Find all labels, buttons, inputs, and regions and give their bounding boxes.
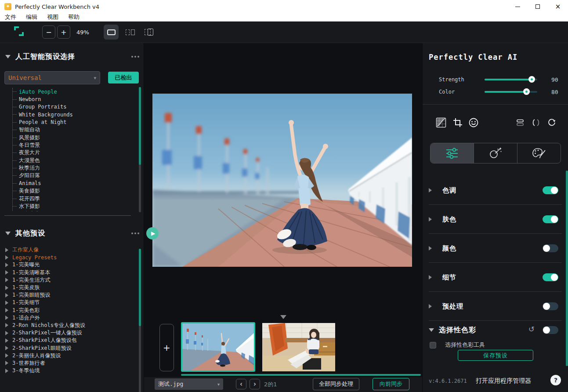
other-preset-item[interactable]: 2-SharkPixel一键人像预设 bbox=[5, 329, 133, 337]
ai-preset-item[interactable]: 冬日雪景 bbox=[13, 142, 129, 149]
more-options-icon[interactable] bbox=[131, 232, 139, 234]
collapse-icon[interactable] bbox=[5, 55, 11, 58]
maximize-button[interactable] bbox=[528, 0, 548, 13]
expand-icon[interactable] bbox=[5, 369, 8, 373]
expand-icon[interactable] bbox=[5, 361, 8, 365]
section-row[interactable]: 颜色 bbox=[429, 234, 562, 263]
slider-track[interactable] bbox=[485, 79, 537, 80]
previous-image-button[interactable]: ‹ bbox=[236, 379, 246, 389]
expand-icon[interactable] bbox=[429, 188, 432, 192]
section-toggle[interactable] bbox=[543, 273, 558, 281]
other-list-scrollbar[interactable] bbox=[139, 249, 141, 392]
other-preset-item[interactable]: 1-完美皮肤 bbox=[5, 284, 133, 291]
section-row[interactable]: 色调 bbox=[429, 176, 562, 205]
help-button[interactable]: ? bbox=[550, 375, 561, 385]
panel-scrollbar[interactable] bbox=[566, 171, 568, 366]
expand-icon[interactable] bbox=[429, 304, 432, 309]
ai-preset-item[interactable]: People at Night bbox=[13, 119, 129, 126]
slider-handle[interactable] bbox=[528, 76, 535, 83]
add-image-button[interactable]: + bbox=[159, 324, 174, 371]
expand-icon[interactable] bbox=[5, 286, 8, 290]
expand-icon[interactable] bbox=[5, 263, 8, 267]
view-split-button[interactable] bbox=[123, 25, 137, 40]
face-button[interactable] bbox=[467, 116, 481, 130]
other-preset-item[interactable]: 1-适合户外 bbox=[5, 314, 133, 322]
section-row[interactable]: 肤色 bbox=[429, 205, 562, 234]
crop-button[interactable] bbox=[451, 116, 465, 130]
ai-preset-item[interactable]: 美食摄影 bbox=[13, 187, 129, 195]
expand-icon[interactable] bbox=[5, 248, 8, 252]
tab-adjustments[interactable] bbox=[431, 143, 474, 163]
expand-icon[interactable] bbox=[5, 353, 8, 358]
ai-preset-item[interactable]: White Backgrounds bbox=[13, 111, 129, 118]
section-toggle[interactable] bbox=[543, 244, 558, 252]
other-preset-item[interactable]: 2-美丽佳人肖像预设 bbox=[5, 352, 133, 359]
other-preset-item[interactable]: 1-完美清晰基本 bbox=[5, 269, 133, 276]
section-toggle[interactable] bbox=[543, 186, 558, 194]
collapse-icon[interactable] bbox=[5, 232, 11, 235]
expand-icon[interactable] bbox=[5, 323, 8, 327]
app-manager-link[interactable]: 打开应用程序管理器 bbox=[476, 377, 531, 385]
expand-icon[interactable] bbox=[5, 293, 8, 298]
section-row[interactable]: 预处理 bbox=[429, 292, 562, 321]
other-preset-item[interactable]: 工作室人像 bbox=[5, 246, 133, 254]
menu-item[interactable]: 帮助 bbox=[63, 13, 84, 21]
menu-item[interactable]: 文件 bbox=[0, 13, 21, 21]
ai-preset-item[interactable]: 大漠景色 bbox=[13, 157, 129, 164]
detected-button[interactable]: 已检出 bbox=[108, 72, 139, 83]
more-options-icon[interactable] bbox=[131, 56, 139, 58]
ai-preset-item[interactable]: 黑白人像 bbox=[13, 210, 129, 211]
flip-vertical-button[interactable] bbox=[513, 116, 527, 130]
next-image-button[interactable]: › bbox=[250, 379, 260, 389]
other-preset-item[interactable]: 1-完美细节 bbox=[5, 299, 133, 306]
menu-item[interactable]: 视图 bbox=[42, 13, 63, 21]
other-preset-item[interactable]: 1-完美色彩 bbox=[5, 307, 133, 314]
expand-icon[interactable] bbox=[429, 217, 432, 221]
selective-color-toggle[interactable] bbox=[543, 326, 558, 334]
expand-icon[interactable] bbox=[429, 246, 432, 250]
other-preset-item[interactable]: 2-SharkPixel眼睛预设 bbox=[5, 344, 133, 352]
ai-preset-item[interactable]: 水下摄影 bbox=[13, 203, 129, 210]
minimize-button[interactable] bbox=[507, 0, 528, 13]
flip-horizontal-button[interactable] bbox=[529, 116, 543, 130]
ai-preset-item[interactable]: 风景摄影 bbox=[13, 134, 129, 141]
rotate-button[interactable] bbox=[545, 116, 559, 130]
section-toggle[interactable] bbox=[543, 215, 558, 223]
expand-icon[interactable] bbox=[5, 316, 8, 320]
expand-icon[interactable] bbox=[429, 275, 432, 279]
menu-item[interactable]: 编辑 bbox=[21, 13, 42, 21]
other-preset-item[interactable]: 2-Ron Nichols专业人像预设 bbox=[5, 322, 133, 329]
ai-preset-dropdown[interactable]: Universal ▾ bbox=[4, 71, 100, 84]
thumbnail-pier-photo[interactable] bbox=[181, 322, 255, 372]
other-preset-item[interactable]: 1-完美曝光 bbox=[5, 261, 133, 269]
close-button[interactable]: × bbox=[548, 0, 568, 13]
tool-checkbox[interactable] bbox=[430, 342, 436, 348]
other-preset-item[interactable]: Legacy Presets bbox=[5, 254, 133, 261]
tab-paint[interactable] bbox=[517, 143, 561, 163]
expand-icon[interactable] bbox=[5, 346, 8, 350]
expand-icon[interactable] bbox=[5, 338, 8, 343]
ai-preset-item[interactable]: 夜景大片 bbox=[13, 149, 129, 156]
other-preset-item[interactable]: 3-冬季仙境 bbox=[5, 367, 133, 374]
curves-button[interactable] bbox=[434, 116, 448, 130]
selective-color-header[interactable]: 选择性色彩 ↺ bbox=[429, 323, 562, 337]
main-photo[interactable] bbox=[152, 94, 412, 267]
section-row[interactable]: 细节 bbox=[429, 263, 562, 292]
sync-all-button[interactable]: 全部同步处理 bbox=[313, 378, 359, 390]
save-preset-button[interactable]: 保存预设 bbox=[458, 350, 533, 361]
reset-icon[interactable]: ↺ bbox=[528, 325, 535, 334]
expand-icon[interactable] bbox=[5, 308, 8, 312]
ai-preset-item[interactable]: 夕阳日落 bbox=[13, 172, 129, 179]
ai-list-scrollbar[interactable] bbox=[139, 87, 141, 212]
file-select-dropdown[interactable]: 测试.jpg ▾ bbox=[155, 378, 223, 390]
zoom-out-button[interactable]: − bbox=[42, 25, 55, 39]
other-preset-item[interactable]: 1-完美眼睛预设 bbox=[5, 291, 133, 299]
slider-handle[interactable] bbox=[523, 88, 530, 95]
expand-icon[interactable] bbox=[5, 301, 8, 305]
other-preset-item[interactable]: 3-世界旅行者 bbox=[5, 359, 133, 367]
expand-icon[interactable] bbox=[5, 255, 8, 260]
zoom-in-button[interactable]: + bbox=[57, 25, 70, 39]
other-preset-item[interactable]: 2-SharkPixel人像预设包 bbox=[5, 337, 133, 344]
expand-icon[interactable] bbox=[5, 331, 8, 335]
expand-icon[interactable] bbox=[5, 278, 8, 282]
